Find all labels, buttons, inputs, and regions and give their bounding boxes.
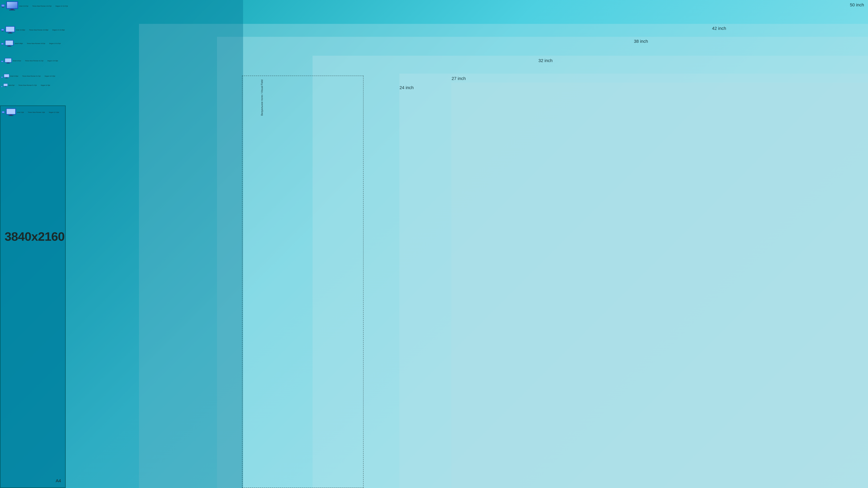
small-monitor-icon-4b xyxy=(5,58,12,63)
svg-rect-6 xyxy=(7,2,17,8)
row-6-font-labels: Arial 5pt Times Now Roman 5.17pt Segoe U… xyxy=(8,84,50,86)
tiny-monitor-icon-6b xyxy=(3,84,8,87)
svg-rect-29 xyxy=(6,63,10,63)
row-1-font-labels: Arial 13.07pt Times New Roman 13.07pt Se… xyxy=(19,5,68,7)
a4-label: A4 xyxy=(56,478,61,483)
svg-rect-37 xyxy=(1,86,2,87)
tiny-monitor-icon-5a xyxy=(1,75,3,77)
resolution-text: 3840x2160 xyxy=(5,229,64,243)
large-monitor-display: Arial 12pt Times Now Roman 12pt Segoe UI… xyxy=(0,105,66,488)
label-27-inch: 27 inch xyxy=(452,76,466,81)
monitor-row-6: Arial 5pt Times Now Roman 5.17pt Segoe U… xyxy=(0,83,243,87)
svg-rect-3 xyxy=(2,7,4,7)
svg-rect-47 xyxy=(9,115,12,116)
tiny-monitor-icon-5b xyxy=(4,74,9,78)
visual-field-label: Визуальное поле / Visual Field xyxy=(260,79,264,116)
svg-rect-22 xyxy=(8,45,10,46)
svg-rect-8 xyxy=(9,10,15,10)
svg-rect-2 xyxy=(2,7,4,7)
svg-rect-10 xyxy=(1,29,4,30)
svg-rect-46 xyxy=(6,109,15,114)
row-4-font-labels: Arial 8.07pt Times Now Roman 8.17pt Sego… xyxy=(13,60,58,62)
visual-field-box xyxy=(242,75,364,488)
svg-rect-19 xyxy=(2,44,3,45)
svg-rect-31 xyxy=(1,76,3,77)
svg-rect-12 xyxy=(2,31,3,31)
svg-rect-25 xyxy=(1,61,3,62)
monitor-row-3: Arial 9.08pt Times Now Roman 9.07pt Sego… xyxy=(0,40,243,47)
row-3-font-labels: Arial 9.08pt Times Now Roman 9.07pt Sego… xyxy=(15,42,61,44)
screen-24-area xyxy=(451,83,868,488)
medium-monitor-icon-2 xyxy=(5,26,15,34)
svg-rect-15 xyxy=(9,32,11,33)
monitor-icon-7b xyxy=(6,108,16,116)
row-2-font-labels: Arial 10.08pt Times Now Roman 10.08pt Se… xyxy=(16,29,65,31)
main-container: 50 inch 42 inch 38 inch 32 inch 27 inch … xyxy=(0,0,868,488)
label-42-inch: 42 inch xyxy=(712,26,726,31)
svg-rect-44 xyxy=(3,113,4,113)
small-monitor-icon-1 xyxy=(1,4,5,7)
svg-rect-16 xyxy=(8,33,12,33)
monitor-row-7: Arial 12pt Times Now Roman 12pt Segoe UI… xyxy=(1,108,65,117)
svg-rect-14 xyxy=(6,27,14,32)
medium-monitor-icon-3 xyxy=(5,40,13,47)
large-monitor-icon-1 xyxy=(6,1,18,10)
svg-rect-48 xyxy=(8,116,13,116)
label-32-inch: 32 inch xyxy=(538,58,553,63)
svg-rect-33 xyxy=(4,74,9,77)
small-monitor-icon-4 xyxy=(1,60,3,62)
svg-rect-1 xyxy=(2,5,4,6)
svg-rect-41 xyxy=(5,87,7,87)
label-24-inch: 24 inch xyxy=(400,85,414,90)
svg-rect-11 xyxy=(2,31,3,31)
row-7-font-labels: Arial 12pt Times Now Roman 12pt Segoe UI… xyxy=(17,111,59,113)
tiny-monitor-icon-6a xyxy=(1,85,3,86)
svg-rect-40 xyxy=(5,86,6,87)
svg-rect-23 xyxy=(7,46,11,46)
monitor-row-4: Arial 8.07pt Times Now Roman 8.17pt Sego… xyxy=(0,58,243,64)
label-38-inch: 38 inch xyxy=(634,39,648,44)
row-5-font-labels: Arial 6.03pt Times Now Roman 6.17pt Sego… xyxy=(10,75,55,77)
label-50-inch: 50 inch xyxy=(850,2,864,7)
monitor-row-1: Arial 13.07pt Times New Roman 13.07pt Se… xyxy=(0,1,243,11)
monitor-icon-7a xyxy=(2,111,5,113)
svg-rect-18 xyxy=(1,43,3,44)
monitor-row-2: Arial 10.08pt Times Now Roman 10.08pt Se… xyxy=(0,26,243,34)
monitor-row-5: Arial 6.03pt Times Now Roman 6.17pt Sego… xyxy=(0,74,243,78)
svg-rect-7 xyxy=(10,9,14,10)
small-monitor-icon-3 xyxy=(1,42,4,44)
svg-rect-43 xyxy=(2,111,4,113)
svg-rect-28 xyxy=(7,62,9,63)
svg-rect-39 xyxy=(4,84,7,86)
svg-rect-34 xyxy=(6,77,7,78)
small-monitor-icon-2 xyxy=(1,29,4,31)
svg-rect-21 xyxy=(6,41,13,45)
svg-rect-27 xyxy=(5,59,11,62)
left-panel: Arial 13.07pt Times New Roman 13.07pt Se… xyxy=(0,0,243,488)
